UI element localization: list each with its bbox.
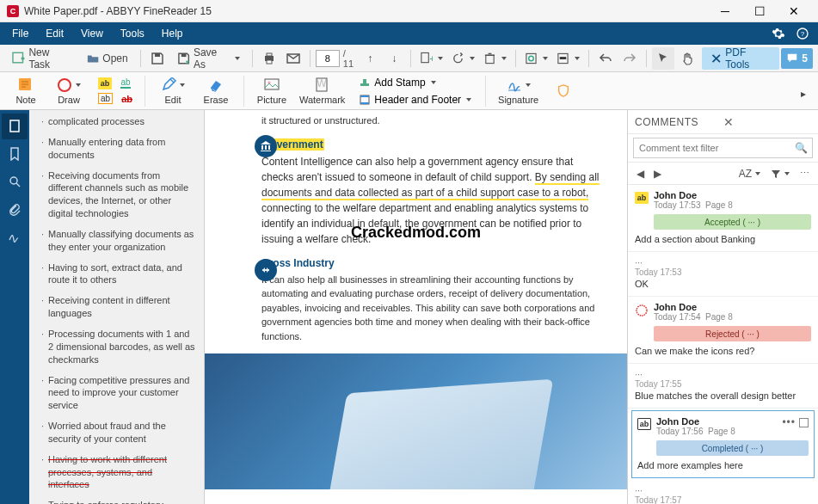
- settings-gear-icon[interactable]: [766, 22, 790, 45]
- prev-comment-icon[interactable]: ◀: [633, 167, 647, 181]
- comment-author: John Doe: [654, 302, 811, 312]
- chevron-down-icon: [438, 57, 443, 60]
- underline-tool[interactable]: ab: [117, 76, 134, 91]
- redact-button[interactable]: [553, 47, 583, 70]
- svg-point-24: [58, 79, 71, 91]
- collapse-ribbon-icon[interactable]: ▸: [792, 83, 815, 105]
- comment-filter-input[interactable]: [639, 143, 795, 153]
- document-viewport[interactable]: it structured or unstructured. Governmen…: [205, 110, 627, 504]
- help-icon[interactable]: ?: [790, 22, 815, 45]
- rail-signatures-icon[interactable]: [2, 224, 28, 249]
- pointer-tool[interactable]: [652, 47, 674, 70]
- svg-rect-32: [360, 95, 369, 97]
- maximize-button[interactable]: ☐: [742, 0, 777, 22]
- add-page-button[interactable]: +: [416, 47, 446, 70]
- page-up-button[interactable]: ↑: [359, 47, 381, 70]
- nav-item[interactable]: complicated processes: [41, 115, 195, 128]
- erase-tool[interactable]: Erase: [197, 75, 235, 107]
- comment-status: Completed ( ··· ): [656, 440, 809, 456]
- rail-bookmarks-icon[interactable]: [2, 141, 28, 167]
- menu-help[interactable]: Help: [153, 22, 192, 45]
- nav-item[interactable]: Worried about fraud and the security of …: [41, 420, 195, 446]
- watermark-tool[interactable]: WWatermark: [296, 75, 348, 107]
- nav-item[interactable]: Receiving documents from different chann…: [41, 169, 195, 220]
- picture-tool[interactable]: Picture: [253, 75, 291, 107]
- comment-text: Add a section about Banking: [635, 234, 811, 244]
- comment-item[interactable]: abJohn DoeToday 17:56 Page 8•••Completed…: [631, 410, 815, 478]
- nav-item[interactable]: Processing documents with 1 and 2 dimens…: [41, 328, 195, 366]
- svg-rect-30: [363, 79, 366, 83]
- nav-item[interactable]: Having to work with different processes,…: [41, 453, 195, 492]
- save-as-button[interactable]: Save As: [170, 47, 247, 70]
- rail-pages-icon[interactable]: [2, 114, 28, 139]
- svg-rect-33: [360, 102, 369, 104]
- pdf-tools-button[interactable]: PDF Tools: [702, 47, 779, 70]
- comment-type-icon: ab: [635, 192, 649, 206]
- hand-tool[interactable]: [676, 47, 698, 70]
- close-panel-icon[interactable]: ✕: [723, 115, 812, 129]
- comment-reply[interactable]: ···Today 17:57: [628, 480, 818, 504]
- delete-page-button[interactable]: [480, 47, 510, 70]
- shield-icon[interactable]: [552, 80, 575, 102]
- page-navigator: / 11: [316, 48, 357, 69]
- nav-item[interactable]: Having to sort, extract data, and route …: [41, 261, 195, 287]
- textbox-tool[interactable]: ab: [95, 91, 116, 107]
- note-tool[interactable]: Note: [7, 75, 45, 107]
- add-stamp-button[interactable]: Add Stamp: [354, 75, 477, 90]
- chevron-down-icon: [470, 57, 475, 60]
- page-down-button[interactable]: ↓: [383, 47, 405, 70]
- nav-item[interactable]: Manually classifying documents as they e…: [41, 228, 195, 254]
- svg-rect-13: [486, 55, 494, 63]
- comments-count-button[interactable]: 5: [781, 48, 813, 69]
- save-button[interactable]: [146, 47, 169, 70]
- close-button[interactable]: ✕: [777, 0, 811, 22]
- app-logo-icon: C: [7, 5, 19, 17]
- signature-tool[interactable]: Signature: [495, 75, 542, 107]
- chevron-down-icon: [76, 83, 81, 87]
- comment-item[interactable]: abJohn DoeToday 17:53 Page 8Accepted ( ·…: [628, 185, 818, 252]
- filter-button[interactable]: [767, 167, 793, 181]
- reply-author: ···: [635, 257, 811, 267]
- highlight-tool[interactable]: ab: [95, 76, 115, 91]
- nav-item[interactable]: Trying to enforce regulatory compliance: [41, 499, 195, 504]
- header-footer-button[interactable]: Header and Footer: [354, 92, 477, 108]
- nav-item[interactable]: Receiving content in different languages: [41, 294, 195, 320]
- chevron-down-icon: [431, 81, 436, 84]
- draw-tool[interactable]: Draw: [50, 75, 88, 107]
- comment-reply[interactable]: ···Today 17:53OK: [628, 252, 818, 297]
- menu-file[interactable]: File: [3, 22, 37, 45]
- menu-view[interactable]: View: [72, 22, 112, 45]
- email-button[interactable]: [282, 47, 304, 70]
- menu-tools[interactable]: Tools: [112, 22, 153, 45]
- more-options-icon[interactable]: ⋯: [796, 166, 813, 181]
- rotate-button[interactable]: [448, 47, 478, 70]
- toolbar: New Task Open Save As / 11 ↑ ↓ + PDF Too…: [0, 45, 818, 72]
- edit-tool[interactable]: Edit: [154, 75, 192, 107]
- next-comment-icon[interactable]: ▶: [650, 167, 664, 181]
- undo-button[interactable]: [594, 47, 617, 70]
- comment-reply[interactable]: ···Today 17:55Blue matches the overall d…: [628, 364, 818, 409]
- svg-rect-25: [265, 79, 279, 89]
- window-title: White Paper.pdf - ABBYY FineReader 15: [24, 5, 708, 17]
- rail-search-icon[interactable]: [2, 169, 28, 194]
- new-task-button[interactable]: New Task: [5, 47, 78, 70]
- open-button[interactable]: Open: [80, 47, 135, 70]
- sort-button[interactable]: AZ: [735, 166, 764, 181]
- rail-attachments-icon[interactable]: [2, 196, 28, 222]
- nav-item[interactable]: Facing competitive pressures and need to…: [41, 374, 195, 413]
- strikeout-tool[interactable]: ab: [118, 91, 136, 107]
- page-current-input[interactable]: [316, 50, 340, 67]
- search-icon[interactable]: 🔍: [795, 142, 807, 154]
- chevron-down-icon: [466, 98, 471, 101]
- minimize-button[interactable]: ─: [708, 0, 742, 22]
- comment-item[interactable]: John DoeToday 17:54 Page 8Rejected ( ···…: [628, 297, 818, 364]
- print-button[interactable]: [258, 47, 280, 70]
- nav-item[interactable]: Manually entering data from documents: [41, 136, 195, 162]
- redo-button[interactable]: [618, 47, 641, 70]
- chevron-down-icon: [180, 83, 185, 87]
- comment-more-icon[interactable]: •••: [782, 416, 796, 428]
- ocr-button[interactable]: [521, 47, 551, 70]
- watermark-text: Crackedmod.com: [351, 224, 481, 242]
- comment-checkbox[interactable]: [799, 418, 809, 427]
- menu-edit[interactable]: Edit: [37, 22, 72, 45]
